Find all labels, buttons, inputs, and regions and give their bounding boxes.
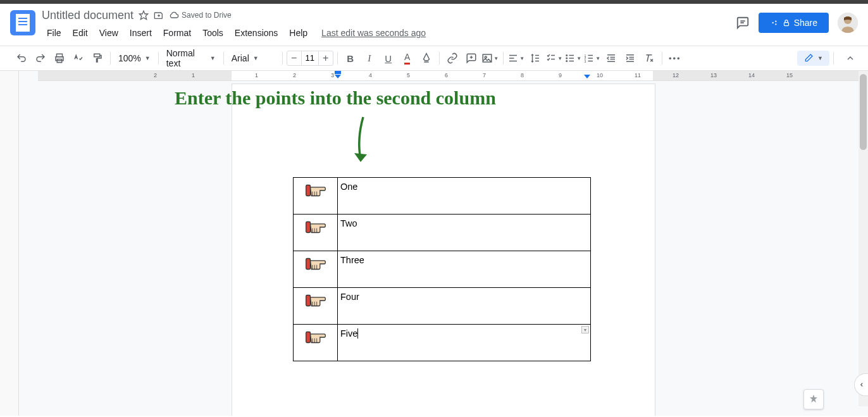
pointing-hand-icon <box>305 328 326 346</box>
spellcheck-button[interactable] <box>70 49 87 67</box>
saved-status: Saved to Drive <box>182 11 232 20</box>
svg-point-11 <box>485 56 487 58</box>
link-button[interactable] <box>443 49 461 67</box>
table-row[interactable]: Two <box>294 215 591 251</box>
svg-text:3: 3 <box>585 59 586 63</box>
document-page[interactable]: One Two Three Four F <box>232 84 655 416</box>
svg-point-15 <box>566 55 567 56</box>
ruler-number: 8 <box>521 72 524 78</box>
table-row[interactable]: One <box>294 178 591 215</box>
increase-indent-button[interactable] <box>621 49 639 67</box>
editing-mode-button[interactable]: ▼ <box>797 51 829 66</box>
paint-format-button[interactable] <box>89 49 106 67</box>
table-cell-text[interactable]: Two <box>340 218 357 228</box>
paragraph-style-select[interactable]: Normal text▼ <box>163 48 220 68</box>
move-icon[interactable] <box>154 10 164 20</box>
vertical-scrollbar[interactable] <box>859 71 868 406</box>
document-table[interactable]: One Two Three Four F <box>293 177 591 361</box>
menu-edit[interactable]: Edit <box>68 25 93 40</box>
numbered-list-button[interactable]: 123▼ <box>583 49 601 67</box>
ruler-number: 4 <box>369 72 372 78</box>
print-button[interactable] <box>51 49 68 67</box>
undo-button[interactable] <box>13 49 30 67</box>
svg-marker-41 <box>335 75 341 78</box>
menu-extensions[interactable]: Extensions <box>230 25 283 40</box>
table-cell-text[interactable]: Three <box>340 255 364 265</box>
font-select[interactable]: Arial▼ <box>228 53 278 63</box>
highlight-button[interactable] <box>418 49 435 67</box>
svg-point-16 <box>566 58 567 59</box>
bulleted-list-button[interactable]: ▼ <box>564 49 582 67</box>
ruler-number: 1 <box>192 72 195 78</box>
svg-rect-60 <box>306 332 310 343</box>
right-indent-marker[interactable] <box>583 71 591 82</box>
line-spacing-button[interactable] <box>526 49 544 67</box>
pointing-hand-icon <box>305 182 326 199</box>
ruler-number: 2 <box>154 72 157 78</box>
share-button-label: Share <box>794 18 817 28</box>
pointing-hand-icon <box>305 255 326 273</box>
comments-icon[interactable] <box>736 16 750 30</box>
table-row[interactable]: Five ▾ <box>294 325 591 361</box>
svg-marker-43 <box>584 75 590 78</box>
collapse-toolbar-button[interactable] <box>845 53 855 63</box>
account-avatar[interactable] <box>838 13 858 33</box>
text-color-button[interactable]: A <box>399 49 416 67</box>
svg-marker-64 <box>354 153 367 162</box>
table-cell-text[interactable]: One <box>340 182 357 192</box>
table-row[interactable]: Four <box>294 288 591 325</box>
checklist-button[interactable]: ▼ <box>545 49 563 67</box>
ruler-number: 13 <box>710 72 717 78</box>
ruler-number: 15 <box>786 72 793 78</box>
ruler-number: 14 <box>748 72 755 78</box>
last-edit-link[interactable]: Last edit was seconds ago <box>321 28 426 38</box>
document-title[interactable]: Untitled document <box>42 9 133 22</box>
add-comment-button[interactable] <box>462 49 480 67</box>
ruler-number: 9 <box>559 72 562 78</box>
table-menu-handle[interactable]: ▾ <box>581 326 589 333</box>
menu-file[interactable]: File <box>42 25 66 40</box>
docs-logo[interactable] <box>10 10 35 35</box>
ruler-number: 1 <box>255 72 258 78</box>
pointing-hand-icon <box>305 218 326 236</box>
underline-button[interactable]: U <box>380 49 397 67</box>
ruler-number: 7 <box>483 72 486 78</box>
font-size-decrease[interactable]: − <box>287 53 301 64</box>
svg-rect-42 <box>335 71 341 74</box>
insert-image-button[interactable]: ▼ <box>481 49 499 67</box>
menu-view[interactable]: View <box>94 25 123 40</box>
menu-help[interactable]: Help <box>284 25 313 40</box>
font-size-input[interactable]: 11 <box>301 51 319 65</box>
svg-rect-52 <box>306 259 310 270</box>
ruler-number: 10 <box>597 72 603 78</box>
share-button[interactable]: Share <box>759 13 829 33</box>
svg-rect-56 <box>306 296 310 306</box>
svg-rect-9 <box>94 54 100 57</box>
pointing-hand-icon <box>305 292 326 309</box>
table-row[interactable]: Three <box>294 251 591 288</box>
table-cell-text[interactable]: Four <box>340 292 359 302</box>
star-icon[interactable] <box>139 10 149 20</box>
svg-rect-48 <box>306 222 310 233</box>
more-button[interactable]: ••• <box>666 49 684 67</box>
menu-insert[interactable]: Insert <box>125 25 157 40</box>
explore-button[interactable] <box>803 389 824 409</box>
svg-rect-44 <box>306 185 310 196</box>
redo-button[interactable] <box>32 49 49 67</box>
table-cell-text[interactable]: Five <box>340 328 358 339</box>
menu-format[interactable]: Format <box>158 25 196 40</box>
clear-formatting-button[interactable] <box>640 49 658 67</box>
menu-tools[interactable]: Tools <box>197 25 228 40</box>
annotation-arrow-icon <box>344 114 382 171</box>
decrease-indent-button[interactable] <box>602 49 620 67</box>
font-size-increase[interactable]: + <box>319 53 333 64</box>
left-indent-marker[interactable] <box>334 71 342 82</box>
align-button[interactable]: ▼ <box>507 49 525 67</box>
italic-button[interactable]: I <box>361 49 378 67</box>
bold-button[interactable]: B <box>342 49 359 67</box>
zoom-select[interactable]: 100%▼ <box>115 53 154 63</box>
svg-rect-3 <box>784 23 788 26</box>
horizontal-ruler[interactable]: 21123456789101112131415 <box>38 71 868 81</box>
ruler-number: 6 <box>445 72 448 78</box>
scrollbar-thumb[interactable] <box>860 74 867 150</box>
